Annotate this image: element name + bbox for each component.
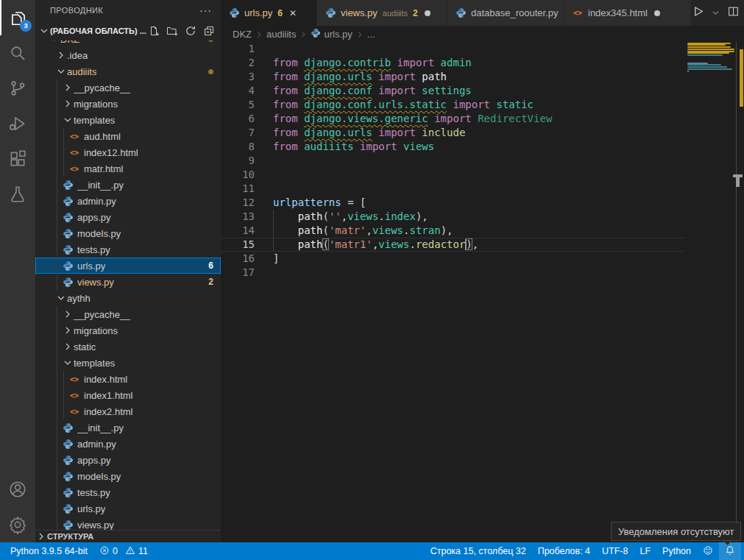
- tree-item-models-py[interactable]: models.py: [35, 225, 221, 241]
- code-line-7[interactable]: 7from django.urls import include: [221, 126, 684, 140]
- source-control-activity-button[interactable]: [0, 71, 35, 106]
- code-line-8[interactable]: 8from audiiits import views: [221, 140, 684, 154]
- code-line-4[interactable]: 4from django.conf import settings: [221, 84, 684, 98]
- status-feedback[interactable]: [697, 542, 719, 560]
- code-line-10[interactable]: 10: [221, 168, 684, 182]
- workspace-section-header[interactable]: (РАБОЧАЯ ОБЛАСТЬ) ...: [35, 21, 221, 40]
- code-line-14[interactable]: 14 path('matr',views.stran),: [221, 224, 684, 238]
- tree-item-apps-py[interactable]: apps.py: [35, 209, 221, 225]
- tree-item-label: static: [74, 341, 96, 352]
- tab-database-roouter-py[interactable]: database_roouter.py: [447, 0, 564, 26]
- tree-item-dkz[interactable]: DKZ: [35, 40, 221, 47]
- breadcrumb-item[interactable]: ...: [367, 29, 375, 40]
- tab-index345-html[interactable]: <>index345.html: [564, 0, 691, 26]
- status-language-mode[interactable]: Python: [656, 542, 697, 560]
- tree-item--init-py[interactable]: __init__.py: [35, 177, 221, 193]
- chevron-right-icon: [62, 308, 74, 320]
- tree-item-apps-py[interactable]: apps.py: [35, 452, 221, 468]
- tree-item--pycache-[interactable]: __pycache__: [35, 306, 221, 322]
- code-line-1[interactable]: 1: [221, 42, 684, 56]
- breadcrumb-item[interactable]: audiiits: [266, 29, 296, 40]
- tree-item-label: tests.py: [77, 487, 110, 498]
- close-icon[interactable]: ✕: [289, 8, 297, 18]
- tree-item--pycache-[interactable]: __pycache__: [35, 79, 221, 96]
- settings-button[interactable]: [0, 507, 35, 542]
- search-activity-button[interactable]: [0, 35, 35, 71]
- modified-dot[interactable]: [425, 10, 431, 16]
- modified-dot[interactable]: [654, 10, 660, 16]
- tree-item-tests-py[interactable]: tests.py: [35, 241, 221, 258]
- tree-item--init-py[interactable]: __init__.py: [35, 419, 221, 436]
- tree-item-aythh[interactable]: aythh: [35, 290, 221, 306]
- tree-indent-guide: [57, 79, 57, 290]
- tree-item-label: __init__.py: [77, 180, 124, 191]
- chevron-down-icon: [38, 25, 50, 37]
- tree-item-templates[interactable]: templates: [35, 355, 221, 371]
- chevron-right-icon: [35, 531, 47, 542]
- tree-item-migrations[interactable]: migrations: [35, 96, 221, 112]
- tree-item-migrations[interactable]: migrations: [35, 322, 221, 339]
- line-content: from django.urls import path: [273, 70, 447, 84]
- overview-ruler[interactable]: [736, 42, 744, 542]
- line-content: from django.contrib import admin: [273, 56, 472, 70]
- collapse-all-icon[interactable]: [203, 25, 215, 37]
- code-line-5[interactable]: 5from django.conf.urls.static import sta…: [221, 98, 684, 112]
- line-number: 16: [221, 252, 255, 266]
- python-file-icon: [62, 195, 74, 207]
- refresh-icon[interactable]: [185, 25, 196, 37]
- code-line-12[interactable]: 12urlpatterns = [: [221, 196, 684, 210]
- new-file-icon[interactable]: [148, 25, 160, 37]
- status-notifications[interactable]: [719, 542, 741, 560]
- new-folder-icon[interactable]: [166, 25, 178, 37]
- code-line-15[interactable]: 15 path('matr1',views.redactor),: [221, 238, 684, 252]
- tab-views-py[interactable]: views.pyaudiiits2: [317, 0, 447, 26]
- extensions-activity-button[interactable]: [0, 141, 35, 177]
- code-line-17[interactable]: 17: [221, 266, 684, 280]
- code-line-2[interactable]: 2from django.contrib import admin: [221, 56, 684, 70]
- run-and-debug-activity-button[interactable]: [0, 106, 35, 141]
- tooltip-text: Уведомления отсутствуют: [618, 526, 734, 537]
- breadcrumb-item[interactable]: urls.py: [311, 28, 352, 40]
- tab-urls-py[interactable]: urls.py6✕: [221, 0, 316, 26]
- status-problems[interactable]: 011: [93, 542, 154, 560]
- sidebar-more-actions-icon[interactable]: ···: [199, 7, 212, 14]
- tree-item--idea[interactable]: .idea: [35, 47, 221, 63]
- status-cursor-position[interactable]: Строка 15, столбец 32: [425, 542, 532, 560]
- tree-item-admin-py[interactable]: admin.py: [35, 436, 221, 452]
- minimap[interactable]: [686, 42, 736, 542]
- run-button[interactable]: [692, 5, 704, 21]
- status-indentation[interactable]: Пробелов: 4: [532, 542, 596, 560]
- tree-item-label: index.html: [84, 374, 127, 385]
- tree-item-models-py[interactable]: models.py: [35, 468, 221, 484]
- code-line-3[interactable]: 3from django.urls import path: [221, 70, 684, 84]
- breadcrumb-item[interactable]: DKZ: [233, 29, 252, 40]
- split-editor-button[interactable]: [727, 5, 740, 21]
- tree-item-audiiits[interactable]: audiiits: [35, 63, 221, 79]
- tree-item-admin-py[interactable]: admin.py: [35, 193, 221, 209]
- code-line-11[interactable]: 11: [221, 182, 684, 196]
- tree-item-templates[interactable]: templates: [35, 112, 221, 128]
- explorer-activity-button[interactable]: 3: [0, 0, 35, 35]
- status-encoding[interactable]: UTF-8: [596, 542, 634, 560]
- chevron-down-icon[interactable]: [712, 7, 720, 20]
- tree-item-urls-py[interactable]: urls.py: [35, 500, 221, 517]
- html-file-icon: <>: [68, 146, 80, 158]
- tree-item-label: models.py: [77, 228, 121, 239]
- outline-section-header[interactable]: СТРУКТУРА: [35, 530, 221, 542]
- status-eol[interactable]: LF: [634, 542, 656, 560]
- tree-item-label: views.py: [77, 520, 114, 531]
- accounts-button[interactable]: [0, 472, 35, 507]
- code-line-13[interactable]: 13 path('',views.index),: [221, 210, 684, 224]
- tab-bar: urls.py6✕views.pyaudiiits2database_roout…: [221, 0, 744, 26]
- tree-item-views-py[interactable]: views.py2: [35, 274, 221, 290]
- tree-item-views-py[interactable]: views.py: [35, 517, 221, 530]
- tree-item-static[interactable]: static: [35, 339, 221, 355]
- code-line-9[interactable]: 9: [221, 154, 684, 168]
- code-line-16[interactable]: 16]: [221, 252, 684, 266]
- status-python-interpreter[interactable]: Python 3.9.5 64-bit: [4, 542, 93, 560]
- testing-activity-button[interactable]: [0, 177, 35, 212]
- code-editor[interactable]: 12from django.contrib import admin3from …: [221, 42, 744, 542]
- tree-item-urls-py[interactable]: urls.py6: [35, 258, 221, 274]
- tree-item-tests-py[interactable]: tests.py: [35, 484, 221, 500]
- code-line-6[interactable]: 6from django.views.generic import Redire…: [221, 112, 684, 126]
